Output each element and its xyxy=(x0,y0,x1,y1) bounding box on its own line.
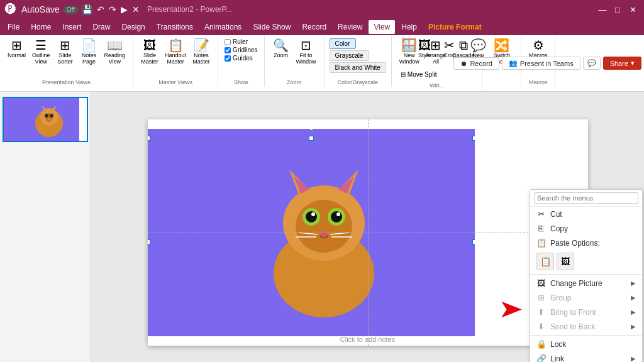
reading-view-button[interactable]: 📖 ReadingView xyxy=(102,38,128,66)
new-comment-ribbon-icon: 💬 xyxy=(470,39,486,52)
svg-point-20 xyxy=(331,211,342,222)
undo-button[interactable]: ↶ xyxy=(96,3,106,16)
autosave-toggle[interactable]: Off xyxy=(63,6,79,14)
slide-panel: 1 xyxy=(0,92,91,362)
menu-insert[interactable]: Insert xyxy=(57,20,86,34)
handout-master-button[interactable]: 📋 HandoutMaster xyxy=(162,38,189,66)
color-button[interactable]: Color xyxy=(330,38,356,49)
present-in-teams-button[interactable]: 👥 Present in Teams xyxy=(502,57,580,70)
paste-icons-row: 📋 🖼 xyxy=(530,250,642,273)
guides-checkbox[interactable] xyxy=(225,55,231,62)
canvas-area: Click to add notes ➤ ✂ Cut ⎘ Copy 📋 Past… xyxy=(91,92,644,362)
reading-view-icon: 📖 xyxy=(107,39,123,52)
zoom-icon: 🔍 xyxy=(273,39,289,52)
switch-group-label xyxy=(487,84,516,85)
change-picture-label: Change Picture xyxy=(550,279,602,288)
send-to-back-arrow: ▶ xyxy=(631,323,636,330)
cat-image-container[interactable] xyxy=(148,129,475,336)
zoom-button[interactable]: 🔍 Zoom xyxy=(270,38,292,60)
change-picture-icon: 🖼 xyxy=(536,278,545,288)
show-group-label: Show xyxy=(223,78,258,85)
present-button[interactable]: ▶ xyxy=(119,3,129,16)
context-menu-bring-to-front[interactable]: ⬆ Bring to Front ▶ xyxy=(530,305,642,319)
normal-view-button[interactable]: ⊞ Normal xyxy=(5,38,28,60)
notes-page-button[interactable]: 📄 NotesPage xyxy=(78,38,101,66)
slide-sorter-icon: ⊞ xyxy=(60,39,70,52)
context-menu-cut[interactable]: ✂ Cut xyxy=(530,207,642,221)
context-menu-copy[interactable]: ⎘ Copy xyxy=(530,221,642,236)
close-presentation-icon[interactable]: ✕ xyxy=(131,3,141,16)
paste-options-icon: 📋 xyxy=(536,238,545,248)
context-menu-send-to-back[interactable]: ⬇ Send to Back ▶ xyxy=(530,319,642,334)
share-label: Share xyxy=(610,60,628,67)
menu-record[interactable]: Record xyxy=(297,20,331,34)
slide-master-button[interactable]: 🖼 SlideMaster xyxy=(138,38,161,66)
move-split-icon: ⊟ xyxy=(401,71,406,78)
paste-image-button[interactable]: 🖼 xyxy=(557,253,574,270)
copy-icon: ⎘ xyxy=(536,224,545,233)
maximize-button[interactable]: □ xyxy=(611,3,624,16)
slide-sorter-button[interactable]: ⊞ SlideSorter xyxy=(54,38,77,66)
group-icon: ⊞ xyxy=(536,293,545,302)
zoom-group-label: Zoom xyxy=(270,78,319,85)
views-group-label: Presentation Views xyxy=(5,78,128,85)
teams-icon: 👥 xyxy=(509,59,518,67)
menu-slideshow[interactable]: Slide Show xyxy=(248,20,296,34)
menu-design[interactable]: Design xyxy=(116,20,150,34)
save-button[interactable]: 💾 xyxy=(80,3,94,16)
guides-label: Guides xyxy=(233,55,253,62)
title-bar: 🅟 AutoSave Off 💾 ↶ ↷ ▶ ✕ Presentation2 -… xyxy=(0,0,644,19)
macros-group-label: Macros xyxy=(526,78,550,85)
reading-view-label: ReadingView xyxy=(104,52,126,65)
gridlines-checkbox[interactable] xyxy=(225,47,231,53)
ribbon-views-row: ⊞ Normal ☰ OutlineView ⊞ SlideSorter 📄 N… xyxy=(5,38,128,66)
menu-help[interactable]: Help xyxy=(396,20,422,34)
send-to-back-icon: ⬇ xyxy=(536,322,545,331)
context-menu-link[interactable]: 🔗 Link ▶ xyxy=(530,351,642,362)
menu-picture-format[interactable]: Picture Format xyxy=(423,20,487,34)
notes-master-button[interactable]: 📝 NotesMaster xyxy=(190,38,213,66)
menu-transitions[interactable]: Transitions xyxy=(152,20,198,34)
black-white-button[interactable]: Black and White xyxy=(330,62,386,73)
ruler-label: Ruler xyxy=(233,38,248,45)
ruler-checkbox[interactable] xyxy=(225,39,231,45)
minimize-button[interactable]: — xyxy=(596,3,609,16)
outline-view-button[interactable]: ☰ OutlineView xyxy=(30,38,53,66)
style-button[interactable]: 🖼 Style xyxy=(413,38,436,60)
menu-home[interactable]: Home xyxy=(26,20,56,34)
title-bar-left: 🅟 AutoSave Off 💾 ↶ ↷ ▶ ✕ Presentation2 -… xyxy=(5,3,232,16)
lock-label: Lock xyxy=(550,340,566,349)
paste-keep-source-button[interactable]: 📋 xyxy=(536,253,554,270)
bring-to-front-arrow: ▶ xyxy=(631,309,636,315)
macros-icon: ⚙ xyxy=(533,39,544,52)
move-split-button[interactable]: ⊟ Move Split xyxy=(397,67,441,81)
svg-point-8 xyxy=(48,119,50,121)
grayscale-button[interactable]: Grayscale xyxy=(330,50,369,61)
context-menu-search-input[interactable] xyxy=(534,192,638,204)
group-arrow: ▶ xyxy=(631,294,636,301)
menu-animations[interactable]: Animations xyxy=(199,20,247,34)
fit-to-window-button[interactable]: ⊡ Fit toWindow xyxy=(294,38,319,66)
context-menu-lock[interactable]: 🔒 Lock xyxy=(530,337,642,351)
redo-button[interactable]: ↷ xyxy=(108,3,118,16)
slide-thumbnail-1[interactable]: 1 xyxy=(3,97,88,142)
close-button[interactable]: ✕ xyxy=(626,3,639,16)
record-button[interactable]: ⏺ Record xyxy=(453,57,499,70)
context-menu-group[interactable]: ⊞ Group ▶ xyxy=(530,290,642,305)
normal-view-icon: ⊞ xyxy=(11,39,22,52)
separator-1 xyxy=(530,274,642,275)
comments-button[interactable]: 💬 xyxy=(583,57,601,70)
menu-review[interactable]: Review xyxy=(333,20,367,34)
context-menu-search xyxy=(530,190,642,207)
menu-file[interactable]: File xyxy=(3,20,25,34)
context-menu-change-picture[interactable]: 🖼 Change Picture ▶ xyxy=(530,276,642,290)
gridlines-label: Gridlines xyxy=(233,47,257,53)
share-button[interactable]: Share ▾ xyxy=(603,57,641,70)
main-content: 1 xyxy=(0,92,644,362)
share-dropdown-icon: ▾ xyxy=(631,59,635,67)
menu-view[interactable]: View xyxy=(369,20,395,34)
context-menu-paste-header: 📋 Paste Options: xyxy=(530,236,642,250)
present-in-teams-label: Present in Teams xyxy=(520,60,574,67)
cut-label: Cut xyxy=(550,210,562,219)
menu-draw[interactable]: Draw xyxy=(87,20,115,34)
